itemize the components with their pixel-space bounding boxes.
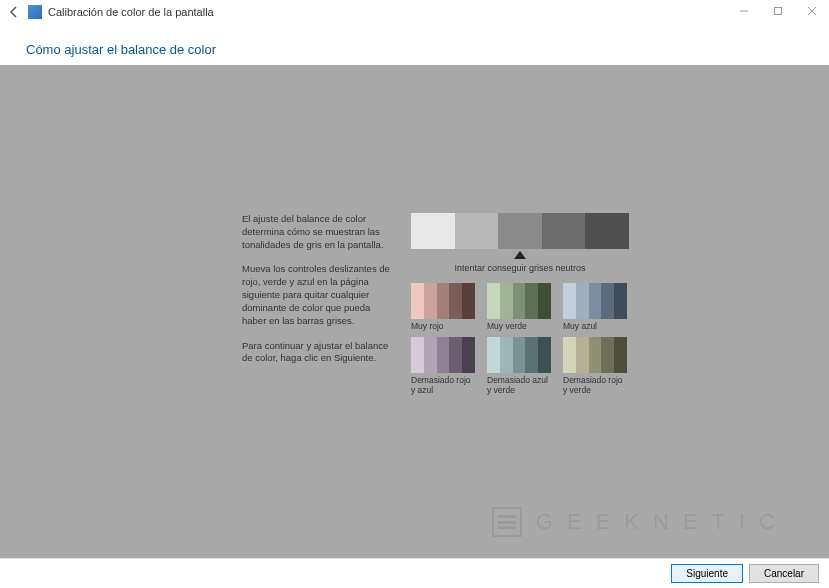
window-controls (727, 0, 829, 22)
svg-rect-1 (775, 8, 782, 15)
page-heading: Cómo ajustar el balance de color (0, 24, 829, 65)
titlebar: Calibración de color de la pantalla (0, 0, 829, 24)
color-cast-label: Muy azul (563, 322, 627, 331)
watermark-icon (492, 507, 522, 537)
next-button[interactable]: Siguiente (671, 564, 743, 583)
maximize-button[interactable] (761, 0, 795, 22)
watermark-text: GEEKNETIC (536, 509, 789, 535)
instructions: El ajuste del balance de color determina… (242, 213, 397, 395)
instruction-paragraph: Para continuar y ajustar el balance de c… (242, 340, 397, 366)
app-icon (28, 5, 42, 19)
gray-segment (542, 213, 586, 249)
footer: Siguiente Cancelar (0, 558, 829, 588)
gray-segment (455, 213, 499, 249)
color-strip (411, 337, 475, 373)
color-cast-label: Muy verde (487, 322, 551, 331)
color-strip (487, 337, 551, 373)
color-cast-sample: Demasiado azul y verde (487, 337, 551, 395)
color-cast-sample: Demasiado rojo y azul (411, 337, 475, 395)
content-area: El ajuste del balance de color determina… (0, 65, 829, 575)
neutral-gray-strip (411, 213, 629, 249)
color-cast-sample: Demasiado rojo y verde (563, 337, 627, 395)
instruction-paragraph: Mueva los controles deslizantes de rojo,… (242, 263, 397, 327)
color-cast-sample: Muy azul (563, 283, 627, 331)
close-button[interactable] (795, 0, 829, 22)
watermark: GEEKNETIC (492, 507, 789, 537)
color-cast-label: Muy rojo (411, 322, 475, 331)
color-strip (563, 283, 627, 319)
gray-segment (585, 213, 629, 249)
color-strip (563, 337, 627, 373)
neutral-gray-label: Intentar conseguir grises neutros (411, 263, 629, 273)
gray-segment (498, 213, 542, 249)
cancel-button[interactable]: Cancelar (749, 564, 819, 583)
color-cast-sample: Muy verde (487, 283, 551, 331)
pointer-up-icon (514, 251, 526, 259)
color-cast-grid: Muy rojoMuy verdeMuy azulDemasiado rojo … (411, 283, 629, 395)
window-title: Calibración de color de la pantalla (48, 6, 214, 18)
gray-segment (411, 213, 455, 249)
color-cast-label: Demasiado rojo y azul (411, 376, 475, 395)
back-button[interactable] (4, 2, 24, 22)
color-cast-label: Demasiado azul y verde (487, 376, 551, 395)
minimize-button[interactable] (727, 0, 761, 22)
color-cast-label: Demasiado rojo y verde (563, 376, 627, 395)
instruction-paragraph: El ajuste del balance de color determina… (242, 213, 397, 251)
color-strip (487, 283, 551, 319)
color-cast-sample: Muy rojo (411, 283, 475, 331)
color-samples-panel: Intentar conseguir grises neutros Muy ro… (411, 213, 629, 395)
color-strip (411, 283, 475, 319)
